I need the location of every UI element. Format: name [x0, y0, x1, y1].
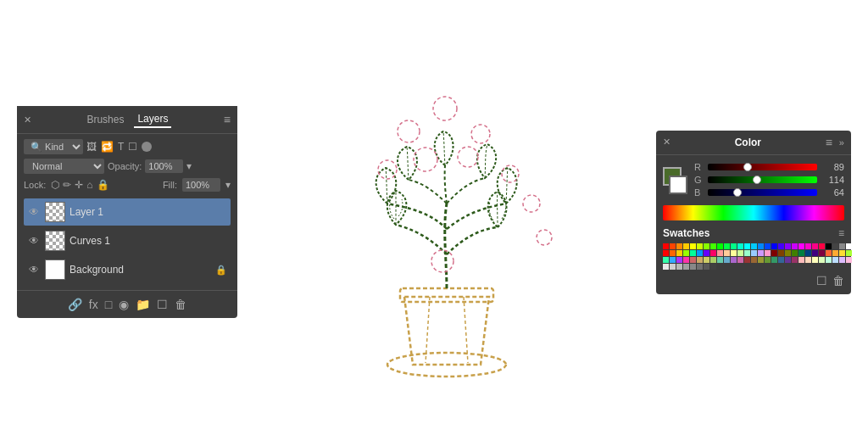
swatch-cell[interactable]: [819, 257, 825, 263]
swatch-cell[interactable]: [737, 257, 743, 263]
lock-artboard-icon[interactable]: ⌂: [86, 179, 92, 191]
swatch-cell[interactable]: [704, 257, 709, 263]
swatch-cell[interactable]: [751, 257, 757, 263]
swatch-cell[interactable]: [724, 243, 730, 249]
delete-swatch-btn[interactable]: 🗑: [832, 274, 844, 287]
swatch-cell[interactable]: [846, 257, 852, 263]
color-expand-btn[interactable]: »: [839, 137, 844, 148]
swatch-cell[interactable]: [676, 243, 682, 249]
swatch-cell[interactable]: [724, 250, 730, 256]
opacity-expand-icon[interactable]: ▾: [186, 160, 192, 172]
swatch-cell[interactable]: [663, 250, 669, 256]
lock-paint-icon[interactable]: ✏: [63, 179, 71, 191]
layers-menu-icon[interactable]: ≡: [224, 113, 231, 126]
swatch-cell[interactable]: [731, 257, 737, 263]
swatch-cell[interactable]: [710, 257, 716, 263]
swatch-cell[interactable]: [744, 243, 750, 249]
swatch-cell[interactable]: [697, 257, 703, 263]
swatch-cell[interactable]: [731, 243, 737, 249]
opacity-input[interactable]: [145, 159, 183, 173]
swatch-cell[interactable]: [826, 250, 832, 256]
swatch-cell[interactable]: [792, 257, 798, 263]
swatch-cell[interactable]: [826, 243, 832, 249]
filter-shape-icon[interactable]: ☐: [128, 141, 137, 153]
swatch-cell[interactable]: [758, 250, 764, 256]
swatch-cell[interactable]: [663, 264, 669, 270]
filter-adjustment-icon[interactable]: 🔁: [101, 141, 114, 153]
b-slider[interactable]: [708, 189, 817, 196]
swatch-cell[interactable]: [771, 243, 777, 249]
swatch-cell[interactable]: [683, 243, 689, 249]
swatch-cell[interactable]: [771, 250, 777, 256]
swatch-cell[interactable]: [697, 243, 703, 249]
swatch-cell[interactable]: [805, 250, 811, 256]
swatch-cell[interactable]: [798, 257, 804, 263]
layer-item-curves1[interactable]: 👁 Curves 1: [24, 227, 231, 254]
swatch-cell[interactable]: [785, 257, 791, 263]
fill-expand-icon[interactable]: ▾: [225, 179, 231, 191]
swatch-cell[interactable]: [846, 250, 852, 256]
swatch-cell[interactable]: [697, 250, 703, 256]
delete-layer-btn[interactable]: 🗑: [175, 298, 186, 311]
new-swatch-btn[interactable]: ☐: [816, 274, 827, 287]
swatch-cell[interactable]: [704, 250, 709, 256]
swatch-cell[interactable]: [798, 243, 804, 249]
lock-all-icon[interactable]: 🔒: [97, 179, 109, 191]
swatch-cell[interactable]: [710, 243, 716, 249]
tab-layers[interactable]: Layers: [134, 111, 171, 128]
swatch-cell[interactable]: [819, 243, 825, 249]
swatch-cell[interactable]: [812, 250, 818, 256]
layer-item-layer1[interactable]: 👁 Layer 1: [24, 198, 231, 226]
swatch-cell[interactable]: [690, 264, 696, 270]
new-group-btn[interactable]: 📁: [136, 298, 150, 311]
g-slider[interactable]: [708, 176, 817, 183]
swatch-cell[interactable]: [765, 257, 771, 263]
new-fill-btn[interactable]: ◉: [119, 298, 129, 311]
filter-type-icon[interactable]: T: [118, 141, 124, 153]
swatch-cell[interactable]: [717, 243, 723, 249]
swatch-cell[interactable]: [663, 243, 669, 249]
new-layer-btn[interactable]: ☐: [157, 298, 168, 311]
swatch-cell[interactable]: [663, 257, 669, 263]
swatch-cell[interactable]: [710, 264, 716, 270]
fx-btn[interactable]: fx: [89, 298, 98, 311]
swatch-cell[interactable]: [724, 257, 730, 263]
swatch-cell[interactable]: [765, 250, 771, 256]
color-close-btn[interactable]: ✕: [663, 137, 670, 148]
swatch-cell[interactable]: [737, 250, 743, 256]
swatch-cell[interactable]: [805, 243, 811, 249]
color-menu-icon[interactable]: ≡: [826, 136, 832, 149]
swatch-cell[interactable]: [683, 257, 689, 263]
r-slider[interactable]: [708, 164, 817, 170]
background-swatch[interactable]: [669, 176, 687, 194]
swatch-cell[interactable]: [758, 243, 764, 249]
swatch-cell[interactable]: [771, 257, 777, 263]
swatch-cell[interactable]: [751, 250, 757, 256]
swatch-cell[interactable]: [690, 243, 696, 249]
visibility-icon-background[interactable]: 👁: [27, 264, 41, 276]
swatch-cell[interactable]: [670, 243, 676, 249]
swatch-cell[interactable]: [744, 257, 750, 263]
swatch-cell[interactable]: [839, 243, 845, 249]
swatch-cell[interactable]: [839, 250, 845, 256]
fill-input[interactable]: [182, 178, 220, 192]
swatches-menu-icon[interactable]: ≡: [838, 227, 844, 239]
swatch-cell[interactable]: [832, 243, 838, 249]
swatch-cell[interactable]: [717, 257, 723, 263]
swatch-cell[interactable]: [758, 257, 764, 263]
swatch-cell[interactable]: [670, 257, 676, 263]
link-layers-btn[interactable]: 🔗: [68, 298, 82, 311]
swatch-cell[interactable]: [731, 250, 737, 256]
swatch-cell[interactable]: [839, 257, 845, 263]
color-gradient-bar[interactable]: [663, 205, 844, 220]
swatch-cell[interactable]: [690, 257, 696, 263]
swatch-cell[interactable]: [832, 250, 838, 256]
swatch-cell[interactable]: [826, 257, 832, 263]
filter-smartobj-icon[interactable]: [142, 142, 152, 152]
swatch-cell[interactable]: [670, 250, 676, 256]
swatch-cell[interactable]: [832, 257, 838, 263]
swatch-cell[interactable]: [751, 243, 757, 249]
lock-move-icon[interactable]: ✛: [75, 179, 83, 191]
visibility-icon-layer1[interactable]: 👁: [27, 206, 41, 218]
swatch-cell[interactable]: [670, 264, 676, 270]
